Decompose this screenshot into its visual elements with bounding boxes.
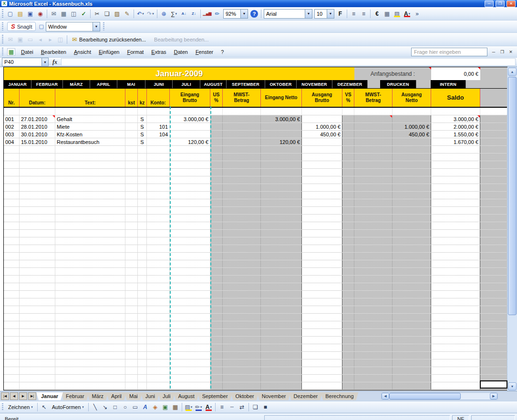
cell-aus_brutto[interactable] — [302, 352, 342, 359]
cell-aus_netto[interactable] — [393, 176, 431, 184]
cell-ein_netto[interactable] — [261, 306, 302, 313]
cell-text[interactable] — [55, 268, 125, 275]
month-button-juni[interactable]: JUNI — [145, 80, 173, 88]
spelling-icon[interactable]: ✓ — [79, 9, 88, 18]
cell-aus_brutto[interactable] — [302, 138, 342, 145]
cell-aus_brutto[interactable] — [302, 245, 342, 252]
redo-icon[interactable]: ↷▾ — [146, 9, 155, 18]
cell-kz[interactable] — [138, 268, 147, 275]
cell-us[interactable] — [210, 192, 223, 199]
cell-aus_netto[interactable] — [393, 237, 431, 245]
close-button[interactable]: ✕ — [507, 0, 516, 7]
cell-aus_brutto[interactable] — [302, 207, 342, 214]
cell-vs[interactable] — [342, 176, 354, 184]
cell-mwst2[interactable] — [354, 253, 393, 260]
cell-konto[interactable] — [147, 161, 170, 168]
cell-mwst2[interactable] — [354, 169, 393, 176]
cell-us[interactable] — [210, 108, 223, 115]
cell-ein_netto[interactable] — [261, 344, 302, 351]
restore-button[interactable]: ❐ — [496, 0, 505, 7]
line-style-icon[interactable]: ≡ — [217, 403, 227, 412]
cell-aus_netto[interactable] — [393, 169, 431, 176]
cell-saldo[interactable] — [431, 291, 480, 298]
cell-datum[interactable] — [20, 154, 55, 161]
cell-kst[interactable] — [125, 253, 138, 260]
dash-style-icon[interactable]: ┄ — [227, 403, 237, 412]
sheet-tab-februar[interactable]: Februar — [61, 392, 89, 400]
menu-extras[interactable]: Extras — [147, 48, 170, 56]
cell-right[interactable] — [480, 215, 507, 222]
cell-aus_brutto[interactable] — [302, 222, 342, 229]
cell-datum[interactable] — [20, 291, 55, 298]
cell-ein_netto[interactable]: 3.000,00 € — [261, 115, 302, 123]
cell-ein_brutto[interactable] — [170, 207, 210, 214]
cell-text[interactable] — [55, 176, 125, 184]
cell-aus_netto[interactable] — [393, 192, 431, 199]
month-button-mrz[interactable]: MÄRZ — [63, 80, 90, 88]
cell-text[interactable] — [55, 184, 125, 191]
cell-mwst1[interactable] — [223, 359, 261, 367]
cell-aus_brutto[interactable] — [302, 115, 342, 123]
cell-datum[interactable] — [20, 230, 55, 237]
cell-aus_brutto[interactable] — [302, 199, 342, 206]
cell-right[interactable] — [480, 123, 507, 130]
cell-us[interactable] — [210, 344, 223, 351]
cell-nr[interactable]: 003 — [4, 131, 20, 138]
cell-aus_netto[interactable] — [393, 276, 431, 283]
cell-us[interactable] — [210, 169, 223, 176]
fill-color-icon[interactable]: ▨ — [393, 9, 402, 18]
cell-aus_brutto[interactable] — [302, 314, 342, 321]
question-input[interactable]: Frage hier eingeben — [411, 48, 487, 56]
cell-ein_netto[interactable] — [261, 245, 302, 252]
cell-text[interactable]: Kfz-Kosten — [55, 131, 125, 138]
cell-ein_brutto[interactable] — [170, 337, 210, 344]
cell-aus_brutto[interactable] — [302, 184, 342, 191]
cell-saldo[interactable] — [431, 337, 480, 344]
line-icon[interactable]: ╲ — [91, 403, 100, 412]
cell-aus_brutto[interactable] — [302, 161, 342, 168]
cell-mwst2[interactable] — [354, 146, 393, 153]
cell-right[interactable] — [480, 154, 507, 161]
cell-right[interactable] — [480, 184, 507, 191]
cell-vs[interactable] — [342, 108, 354, 115]
cell-saldo[interactable] — [431, 298, 480, 306]
cell-kst[interactable] — [125, 215, 138, 222]
cell-kst[interactable] — [125, 169, 138, 176]
cell-konto[interactable] — [147, 154, 170, 161]
cell-saldo[interactable]: 1.550,00 € — [431, 131, 480, 138]
next-sheet-button[interactable]: ▶ — [19, 392, 27, 400]
cell-ein_brutto[interactable] — [170, 268, 210, 275]
cell-right[interactable] — [480, 253, 507, 260]
cell-text[interactable] — [55, 337, 125, 344]
cell-kz[interactable] — [138, 192, 147, 199]
cell-text[interactable] — [55, 283, 125, 290]
cell-datum[interactable] — [20, 283, 55, 290]
cell-saldo[interactable] — [431, 253, 480, 260]
cell-aus_netto[interactable] — [393, 207, 431, 214]
cell-saldo[interactable] — [431, 260, 480, 267]
cell-mwst2[interactable] — [354, 337, 393, 344]
cell-datum[interactable]: 28.01.2010 — [20, 123, 55, 130]
sheet-tab-juli[interactable]: Juli — [158, 392, 176, 400]
minimize-button[interactable]: ─ — [485, 0, 494, 7]
cell-kz[interactable] — [138, 283, 147, 290]
font-color-icon[interactable]: A▾ — [403, 9, 412, 18]
cell-datum[interactable] — [20, 337, 55, 344]
cell-saldo[interactable] — [431, 199, 480, 206]
cell-vs[interactable] — [342, 169, 354, 176]
cell-aus_brutto[interactable] — [302, 268, 342, 275]
cell-text[interactable] — [55, 359, 125, 367]
cell-text[interactable]: Restaurantbesuch — [55, 138, 125, 145]
cell-konto[interactable] — [147, 337, 170, 344]
sheet-tab-dezember[interactable]: Dezember — [289, 392, 322, 400]
cell-mwst2[interactable] — [354, 359, 393, 367]
cell-mwst2[interactable] — [354, 199, 393, 206]
select-objects-icon[interactable]: ↖ — [40, 403, 49, 412]
mail-icon[interactable]: ✉ — [49, 9, 58, 18]
cell-aus_netto[interactable] — [393, 199, 431, 206]
cell-text[interactable] — [55, 169, 125, 176]
cell-aus_brutto[interactable] — [302, 169, 342, 176]
autoformen-menu-button[interactable]: AutoFormen ▾ — [49, 403, 87, 411]
align-center-icon[interactable]: ≡ — [359, 9, 368, 18]
cell-mwst2[interactable] — [354, 306, 393, 313]
